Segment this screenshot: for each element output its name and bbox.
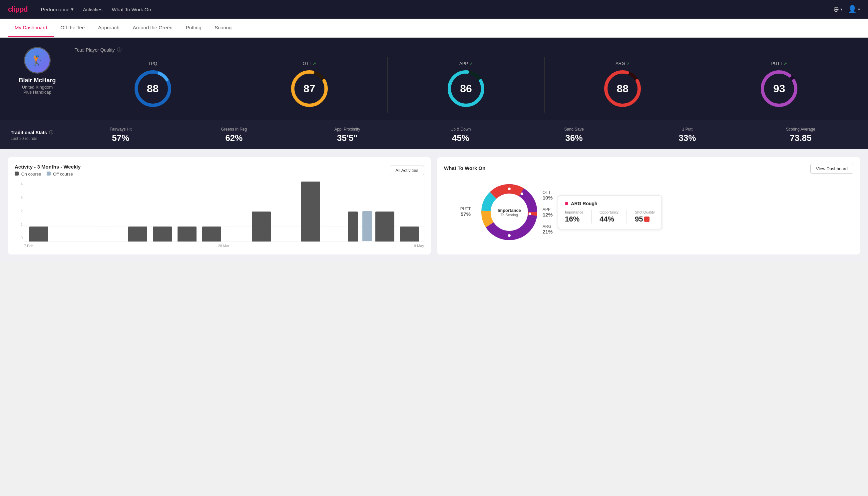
bar-group-12 xyxy=(299,182,322,242)
ott-trend-icon: ↗ xyxy=(313,61,316,66)
tooltip-shot-quality: Shot Quality 95 ↓ xyxy=(635,210,655,223)
player-handicap: Plus Handicap xyxy=(23,90,51,95)
shot-quality-badge: ↓ xyxy=(644,217,649,222)
avatar: 🏌️ xyxy=(24,47,51,74)
svg-point-17 xyxy=(528,213,531,215)
ott-value: 87 xyxy=(303,83,315,95)
trad-label: Traditional Stats ⓘ xyxy=(11,129,64,136)
tpq-cat-label: TPQ xyxy=(148,61,157,66)
gauge-arg: 88 xyxy=(602,68,643,109)
app-donut-label: APP 12% xyxy=(542,207,553,218)
tooltip-dot xyxy=(565,202,568,205)
stat-app-proximity: App. Proximity 35'5" xyxy=(291,127,404,143)
bar-group-16 xyxy=(398,227,421,242)
traditional-stats: Traditional Stats ⓘ Last 20 rounds Fairw… xyxy=(0,121,868,149)
tooltip-stats: Importance 16% Opportunity 44% Shot Qual… xyxy=(565,210,655,223)
stat-greens-in-reg: Greens In Reg 62% xyxy=(177,127,290,143)
tpq-card-putt: PUTT ↗ 93 xyxy=(701,57,857,113)
chart-grid xyxy=(24,182,424,242)
nav-activities[interactable]: Activities xyxy=(83,7,102,12)
add-circle-button[interactable]: ⊕ ▾ xyxy=(833,5,842,14)
ott-donut-label: OTT 10% xyxy=(542,190,553,201)
stat-scoring-average: Scoring Average 73.85 xyxy=(744,127,857,143)
trad-help-icon[interactable]: ⓘ xyxy=(49,129,53,136)
arg-trend-icon: ↗ xyxy=(626,61,630,66)
gauge-putt: 93 xyxy=(759,68,799,109)
bars-container xyxy=(24,182,424,242)
y-axis: 4 3 2 1 0 xyxy=(15,182,24,240)
user-chevron-icon: ▾ xyxy=(858,7,860,12)
tab-around-the-green[interactable]: Around the Green xyxy=(126,19,179,37)
tpq-card-ott: OTT ↗ 87 xyxy=(231,57,388,113)
bar-dark xyxy=(128,227,147,242)
ott-cat-label: OTT ↗ xyxy=(303,61,316,66)
bar-group-6 xyxy=(151,227,174,242)
putt-donut-label: PUTT 57% xyxy=(444,206,471,217)
donut-left-labels: PUTT 57% xyxy=(444,206,471,218)
nav-what-to-work-on[interactable]: What To Work On xyxy=(112,7,151,12)
wtwon-card-header: What To Work On View Dashboard xyxy=(444,164,853,173)
tab-putting[interactable]: Putting xyxy=(179,19,208,37)
app-logo: clippd xyxy=(8,5,28,14)
tab-off-the-tee[interactable]: Off the Tee xyxy=(54,19,92,37)
player-country: United Kingdom xyxy=(22,84,53,90)
activity-card-header: Activity - 3 Months - Weekly On course O… xyxy=(15,164,424,176)
gauge-app: 86 xyxy=(446,68,486,109)
user-icon: 👤 xyxy=(848,5,857,14)
on-course-legend-dot xyxy=(15,172,19,175)
add-circle-icon: ⊕ xyxy=(833,5,839,14)
bar-dark xyxy=(202,227,221,242)
stat-1-putt: 1 Putt 33% xyxy=(631,127,744,143)
bar-dark xyxy=(252,212,271,242)
bar-group-15 xyxy=(373,212,397,242)
tpq-value: 88 xyxy=(147,83,159,95)
gauge-tpq: 88 xyxy=(133,68,173,109)
app-value: 86 xyxy=(460,83,472,95)
bar-group-7 xyxy=(175,227,199,242)
on-course-legend: On course xyxy=(15,172,41,176)
activity-chart-card: Activity - 3 Months - Weekly On course O… xyxy=(8,157,431,254)
tab-approach[interactable]: Approach xyxy=(91,19,126,37)
arg-value: 88 xyxy=(617,83,629,95)
bar-dark xyxy=(301,182,320,242)
view-dashboard-button[interactable]: View Dashboard xyxy=(810,164,853,173)
putt-trend-icon: ↗ xyxy=(784,61,787,66)
stat-sand-save: Sand Save 36% xyxy=(517,127,631,143)
gauge-ott: 87 xyxy=(289,68,329,109)
bar-dark xyxy=(375,212,394,242)
user-profile-button[interactable]: 👤 ▾ xyxy=(848,5,860,14)
help-icon[interactable]: ⓘ xyxy=(117,47,122,53)
all-activities-button[interactable]: All Activities xyxy=(390,166,424,175)
bar-chart-container: 4 3 2 1 0 xyxy=(15,182,424,248)
chevron-down-icon: ▾ xyxy=(71,6,74,12)
donut-center-label: Importance To Scoring xyxy=(498,208,521,217)
bar-group-5 xyxy=(126,227,149,242)
donut-section: PUTT 57% xyxy=(444,179,853,246)
tooltip-importance: Importance 16% xyxy=(565,210,583,223)
tooltip-divider-2 xyxy=(627,210,627,223)
off-course-legend: Off course xyxy=(47,172,73,176)
donut-right-area: OTT 10% APP 12% ARG 21% xyxy=(542,190,553,234)
bar-dark xyxy=(348,212,358,242)
trad-sublabel: Last 20 rounds xyxy=(11,136,64,141)
bar-dark xyxy=(29,227,48,242)
tooltip-title: ARG Rough xyxy=(571,201,597,206)
nav-performance[interactable]: Performance ▾ xyxy=(41,6,74,12)
tooltip-divider-1 xyxy=(591,210,591,223)
bar-group-8 xyxy=(200,227,223,242)
bar-group-1 xyxy=(27,227,51,242)
tab-scoring[interactable]: Scoring xyxy=(208,19,238,37)
top-nav: clippd Performance ▾ Activities What To … xyxy=(0,0,868,19)
tab-my-dashboard[interactable]: My Dashboard xyxy=(8,19,54,37)
tpq-card-overall: TPQ 88 xyxy=(75,57,231,113)
app-cat-label: APP ↗ xyxy=(459,61,473,66)
bar-light xyxy=(362,211,372,241)
tab-bar: My Dashboard Off the Tee Approach Around… xyxy=(0,19,868,37)
bottom-section: Activity - 3 Months - Weekly On course O… xyxy=(0,149,868,263)
tooltip-card: ARG Rough Importance 16% Opportunity 44%… xyxy=(558,195,662,229)
stat-fairways-hit: Fairways Hit 57% xyxy=(64,127,177,143)
putt-cat-label: PUTT ↗ xyxy=(771,61,787,66)
arg-cat-label: ARG ↗ xyxy=(616,61,630,66)
tpq-card-app: APP ↗ 86 xyxy=(388,57,544,113)
tpq-section: Total Player Quality ⓘ TPQ 88 xyxy=(75,47,857,113)
